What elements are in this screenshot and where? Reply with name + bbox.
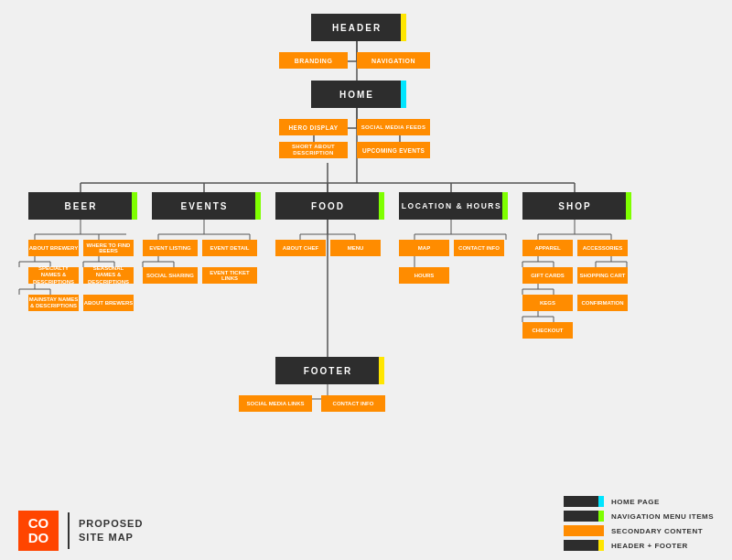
map-node: MAP xyxy=(399,240,449,256)
social-media-links-node: SOCIAL MEDIA LINKS xyxy=(239,395,312,412)
checkout-node: CHECKOUT xyxy=(522,322,573,339)
specialty-names-node: SPECIALTY NAMES & DESCRIPTIONS xyxy=(28,267,79,284)
kegs-node: KEGS xyxy=(522,295,573,311)
footer-node: FOOTER xyxy=(275,357,381,384)
home-node: HOME xyxy=(311,81,403,108)
contact-info-footer-node: CONTACT INFO xyxy=(321,395,385,412)
mainstay-names-node: MAINSTAY NAMES & DESCRIPTIONS xyxy=(28,295,79,311)
upcoming-events-node: UPCOMING EVENTS xyxy=(357,142,430,158)
menu-node: MENU xyxy=(330,240,381,256)
contact-info-node: CONTACT INFO xyxy=(454,240,504,256)
hero-display-node: HERO DISPLAY xyxy=(279,119,348,135)
legend-home: HOME PAGE xyxy=(564,496,714,507)
page: HEADER BRANDING NAVIGATION HOME HERO DIS… xyxy=(0,0,732,560)
navigation-node: NAVIGATION xyxy=(357,52,430,69)
apparel-node: APPAREL xyxy=(522,240,573,256)
location-node: LOCATION & HOURS xyxy=(399,192,504,220)
legend-header-footer: HEADER + FOOTER xyxy=(564,540,714,551)
where-to-find-beers-node: WHERE TO FIND BEERS xyxy=(83,240,134,256)
legend: HOME PAGE NAVIGATION MENU ITEMS SECONDAR… xyxy=(564,496,714,551)
logo-text: PROPOSEDSITE MAP xyxy=(79,517,143,545)
about-chef-node: ABOUT CHEF xyxy=(275,240,326,256)
social-media-feeds-node: SOCIAL MEDIA FEEDS xyxy=(357,119,430,135)
beer-node: BEER xyxy=(28,192,134,220)
food-node: FOOD xyxy=(275,192,381,220)
legend-secondary: SECONDARY CONTENT xyxy=(564,525,714,536)
short-about-node: SHORT ABOUT DESCRIPTION xyxy=(279,142,348,158)
shopping-cart-node: SHOPPING CART xyxy=(577,267,628,284)
seasonal-names-node: SEASONAL NAMES & DESCRIPTIONS xyxy=(83,267,134,284)
shop-node: SHOP xyxy=(522,192,628,220)
logo-divider xyxy=(68,512,70,549)
branding-node: BRANDING xyxy=(279,52,348,69)
logo-area: CODO PROPOSEDSITE MAP xyxy=(18,511,143,551)
event-ticket-links-node: EVENT TICKET LINKS xyxy=(202,267,257,284)
logo-box: CODO xyxy=(18,511,59,551)
confirmation-node: CONFIRMATION xyxy=(577,295,628,311)
social-sharing-node: SOCIAL SHARING xyxy=(143,267,198,284)
about-brewers-node: ABOUT BREWERS xyxy=(83,295,134,311)
hours-node: HOURS xyxy=(399,267,449,284)
legend-nav: NAVIGATION MENU ITEMS xyxy=(564,511,714,522)
gift-cards-node: GIFT CARDS xyxy=(522,267,573,284)
about-brewery-node: ABOUT BREWERY xyxy=(28,240,79,256)
event-detail-node: EVENT DETAIL xyxy=(202,240,257,256)
header-node: HEADER xyxy=(311,14,403,41)
accessories-node: ACCESSORIES xyxy=(577,240,628,256)
event-listing-node: EVENT LISTING xyxy=(143,240,198,256)
events-node: EVENTS xyxy=(152,192,257,220)
